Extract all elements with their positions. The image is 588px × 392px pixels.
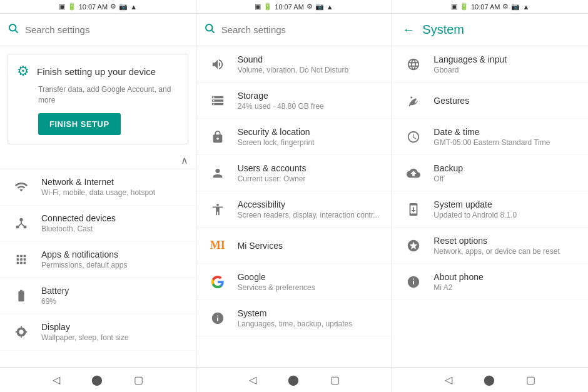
battery-icon-2: 🔋	[263, 3, 272, 11]
home-button-3[interactable]: ⬤	[484, 374, 495, 386]
settings-item-security[interactable]: Security & location Screen lock, fingerp…	[196, 119, 392, 155]
apps-text: Apps & notifications Permissions, defaul…	[41, 249, 186, 269]
users-subtitle: Current user: Owner	[238, 174, 382, 183]
settings-item-datetime[interactable]: Date & time GMT-05:00 Eastern Standard T…	[392, 119, 588, 155]
search-bar-2[interactable]	[196, 14, 392, 46]
system-subtitle: Languages, time, backup, updates	[238, 319, 382, 328]
time-2: 10:07 AM	[275, 3, 303, 11]
sim-icon-2: ▣	[255, 3, 261, 11]
about-icon	[402, 275, 425, 289]
recents-button-2[interactable]: ▢	[330, 374, 340, 386]
settings-item-update[interactable]: System update Updated to Android 8.1.0	[392, 191, 588, 228]
nav-section-1: ◁ ⬤ ▢	[0, 368, 196, 392]
chevron-up-icon[interactable]: ∧	[181, 154, 188, 166]
panel-2-content: Sound Volume, vibration, Do Not Disturb …	[196, 46, 392, 367]
reset-title: Reset options	[433, 236, 578, 246]
settings-item-connected[interactable]: Connected devices Bluetooth, Cast	[0, 206, 196, 242]
apps-title: Apps & notifications	[41, 249, 186, 259]
google-subtitle: Services & preferences	[238, 283, 382, 292]
gesture-text: Gestures	[433, 96, 578, 106]
home-button-2[interactable]: ⬤	[288, 374, 299, 386]
settings-item-google[interactable]: Google Services & preferences	[196, 264, 392, 300]
gesture-icon	[402, 94, 425, 108]
display-text: Display Wallpaper, sleep, font size	[41, 322, 186, 342]
settings-item-accessibility[interactable]: Accessibility Screen readers, display, i…	[196, 191, 392, 228]
system-text: System Languages, time, backup, updates	[238, 308, 382, 328]
settings-item-users[interactable]: Users & accounts Current user: Owner	[196, 155, 392, 191]
accessibility-icon	[206, 203, 229, 216]
status-bar: ▣ 🔋 10:07 AM ⚙ 📷 ▲ ▣ 🔋 10:07 AM ⚙ 📷 ▲ ▣ …	[0, 0, 588, 14]
setup-gear-icon: ⚙	[17, 63, 29, 79]
settings-item-apps[interactable]: Apps & notifications Permissions, defaul…	[0, 242, 196, 278]
sound-title: Sound	[238, 54, 382, 64]
time-1: 10:07 AM	[79, 3, 108, 11]
sound-subtitle: Volume, vibration, Do Not Disturb	[238, 66, 382, 74]
datetime-text: Date & time GMT-05:00 Eastern Standard T…	[433, 127, 578, 147]
display-icon	[10, 325, 33, 339]
battery-text: Battery 69%	[41, 286, 186, 306]
back-icon[interactable]: ←	[402, 23, 415, 37]
recents-button-1[interactable]: ▢	[134, 374, 143, 386]
network-title: Network & Internet	[41, 177, 186, 187]
language-text: Languages & input Gboard	[433, 54, 578, 74]
sim-icon-1: ▣	[59, 3, 65, 11]
back-button-3[interactable]: ◁	[445, 374, 452, 386]
settings-item-display[interactable]: Display Wallpaper, sleep, font size	[0, 314, 196, 351]
connected-devices-icon	[10, 216, 33, 230]
battery-icon	[10, 289, 33, 303]
language-title: Languages & input	[433, 54, 578, 64]
search-input-2[interactable]	[221, 24, 385, 35]
google-icon	[206, 275, 229, 289]
about-text: About phone Mi A2	[433, 272, 578, 292]
panel-3-content: Languages & input Gboard Gestures Date &…	[392, 46, 588, 367]
display-title: Display	[41, 322, 186, 332]
search-icon-2	[204, 23, 215, 37]
panel-2: Sound Volume, vibration, Do Not Disturb …	[196, 14, 393, 367]
panel-3-header: ← System	[392, 14, 588, 46]
status-bar-3: ▣ 🔋 10:07 AM ⚙ 📷 ▲	[392, 0, 588, 13]
settings-item-language[interactable]: Languages & input Gboard	[392, 46, 588, 83]
settings-icon-1: ⚙	[110, 3, 116, 11]
mi-icon: MI	[206, 239, 229, 252]
finish-setup-button[interactable]: FINISH SETUP	[38, 113, 121, 135]
backup-subtitle: Off	[433, 174, 577, 183]
users-title: Users & accounts	[238, 163, 382, 173]
back-button-1[interactable]: ◁	[53, 374, 60, 386]
settings-item-network[interactable]: Network & Internet Wi-Fi, mobile, data u…	[0, 169, 196, 206]
settings-item-battery[interactable]: Battery 69%	[0, 278, 196, 314]
search-input-1[interactable]	[25, 24, 188, 35]
home-button-1[interactable]: ⬤	[91, 374, 103, 386]
back-button-2[interactable]: ◁	[249, 374, 256, 386]
settings-item-reset[interactable]: Reset options Network, apps, or device c…	[392, 228, 588, 264]
backup-text: Backup Off	[433, 163, 578, 183]
svg-point-0	[9, 24, 16, 31]
settings-item-system[interactable]: System Languages, time, backup, updates	[196, 300, 392, 336]
settings-item-storage[interactable]: Storage 24% used · 48.80 GB free	[196, 83, 392, 119]
panel-1-content: ⚙ Finish setting up your device Transfer…	[0, 46, 196, 367]
security-subtitle: Screen lock, fingerprint	[238, 138, 382, 147]
reset-text: Reset options Network, apps, or device c…	[433, 236, 578, 256]
battery-subtitle: 69%	[41, 297, 185, 306]
nav-bar: ◁ ⬤ ▢ ◁ ⬤ ▢ ◁ ⬤ ▢	[0, 367, 588, 392]
camera-icon-3: 📷	[511, 3, 520, 11]
settings-item-mi[interactable]: MI Mi Services	[196, 228, 392, 264]
settings-item-sound[interactable]: Sound Volume, vibration, Do Not Disturb	[196, 46, 392, 83]
accessibility-subtitle: Screen readers, display, interaction con…	[238, 211, 382, 219]
time-3: 10:07 AM	[471, 3, 500, 11]
settings-item-about[interactable]: About phone Mi A2	[392, 264, 588, 300]
security-icon	[206, 130, 229, 144]
svg-line-1	[15, 30, 18, 33]
wifi-icon	[10, 180, 33, 194]
settings-item-gesture[interactable]: Gestures	[392, 83, 588, 119]
gesture-title: Gestures	[433, 96, 578, 106]
search-bar-1[interactable]	[0, 14, 196, 46]
reset-icon	[402, 239, 425, 253]
recents-button-3[interactable]: ▢	[526, 374, 535, 386]
system-title: System	[238, 308, 382, 318]
search-icon-1	[8, 23, 19, 37]
about-subtitle: Mi A2	[433, 283, 577, 292]
settings-item-backup[interactable]: Backup Off	[392, 155, 588, 191]
collapse-row[interactable]: ∧	[0, 152, 196, 169]
setup-card: ⚙ Finish setting up your device Transfer…	[8, 54, 188, 144]
storage-title: Storage	[238, 91, 382, 101]
